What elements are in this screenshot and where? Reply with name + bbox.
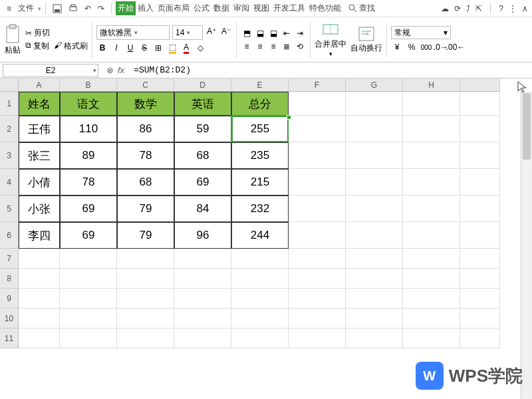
tab-special[interactable]: 特色功能 [307, 1, 343, 15]
cell[interactable] [289, 269, 346, 289]
align-bottom-icon[interactable]: ⬓ [267, 27, 279, 39]
cell[interactable] [460, 222, 500, 249]
border-button[interactable]: ⊞ [152, 42, 164, 54]
cell[interactable] [60, 269, 117, 289]
underline-button[interactable]: U [124, 42, 136, 54]
cell[interactable] [117, 329, 174, 348]
cell[interactable] [19, 309, 60, 329]
cell[interactable] [174, 249, 231, 269]
cell[interactable]: 78 [117, 142, 174, 169]
format-painter-button[interactable]: 🖌 格式刷 [54, 41, 88, 52]
indent-increase-icon[interactable]: ⇥ [294, 27, 306, 39]
cell[interactable] [403, 329, 460, 348]
cell[interactable] [174, 309, 231, 329]
name-box[interactable]: E2 ▾ [3, 64, 98, 77]
cell[interactable] [403, 116, 460, 142]
cell[interactable] [289, 289, 346, 309]
cell[interactable]: 语文 [60, 92, 117, 116]
cell[interactable] [460, 196, 500, 222]
distribute-icon[interactable]: ≣ [281, 41, 293, 53]
cell[interactable]: 79 [117, 196, 174, 222]
cell[interactable] [289, 309, 346, 329]
search-box[interactable]: 查找 [348, 3, 375, 14]
cell[interactable] [403, 309, 460, 329]
cell[interactable] [346, 92, 403, 116]
cell[interactable] [403, 142, 460, 169]
cell[interactable]: 69 [60, 196, 117, 222]
cell[interactable] [289, 329, 346, 348]
indent-decrease-icon[interactable]: ⇤ [281, 27, 293, 39]
cell[interactable] [346, 329, 403, 348]
cell[interactable]: 69 [60, 222, 117, 249]
copy-button[interactable]: ⧉ 复制 [25, 41, 49, 52]
cell[interactable]: 79 [117, 222, 174, 249]
cell[interactable] [403, 92, 460, 116]
cell[interactable]: 姓名 [19, 92, 60, 116]
cell[interactable] [60, 309, 117, 329]
align-top-icon[interactable]: ⬒ [241, 27, 253, 39]
cell[interactable] [346, 222, 403, 249]
fill-color-button[interactable]: ⬚ [166, 42, 178, 54]
cell[interactable] [460, 329, 500, 348]
cell[interactable] [403, 249, 460, 269]
cell[interactable]: 69 [174, 169, 231, 196]
cell[interactable] [460, 169, 500, 196]
collapse-icon[interactable]: ∧ [522, 4, 528, 13]
cell[interactable]: 李四 [19, 222, 60, 249]
font-color-button[interactable]: A [180, 42, 192, 54]
cell[interactable]: 数学 [117, 92, 174, 116]
sync-icon[interactable]: ⟳ [454, 4, 461, 13]
cancel-formula-icon[interactable]: ⊗ [106, 65, 114, 75]
cell[interactable]: 215 [231, 169, 289, 196]
number-format-select[interactable]: 常规 ▾ [391, 26, 451, 39]
cell[interactable] [289, 142, 346, 169]
column-header[interactable]: E [231, 78, 289, 92]
comma-button[interactable]: 000 [420, 41, 432, 53]
cell[interactable] [460, 92, 500, 116]
bold-button[interactable]: B [96, 42, 108, 54]
cell[interactable] [346, 249, 403, 269]
tab-layout[interactable]: 页面布局 [156, 1, 192, 15]
tab-insert[interactable]: 插入 [136, 1, 156, 15]
file-menu[interactable]: 文件 [15, 1, 37, 15]
hamburger-icon[interactable]: ≡ [4, 3, 14, 15]
select-all-corner[interactable] [0, 78, 19, 92]
align-right-icon[interactable]: ≡ [267, 41, 279, 53]
column-header[interactable]: A [19, 78, 60, 92]
cell[interactable] [403, 222, 460, 249]
cell[interactable]: 68 [117, 169, 174, 196]
cell[interactable] [289, 169, 346, 196]
row-header[interactable]: 3 [0, 142, 19, 169]
cell[interactable] [346, 196, 403, 222]
cell[interactable] [346, 309, 403, 329]
cell[interactable] [346, 289, 403, 309]
font-size-select[interactable]: 14▾ [172, 25, 203, 40]
cell[interactable]: 78 [60, 169, 117, 196]
column-header[interactable]: H [403, 78, 460, 92]
help-icon[interactable]: ? [499, 4, 503, 13]
cell[interactable]: 小倩 [19, 169, 60, 196]
align-center-icon[interactable]: ≡ [254, 41, 266, 53]
tab-view[interactable]: 视图 [251, 1, 271, 15]
cell[interactable] [174, 289, 231, 309]
tab-data[interactable]: 数据 [211, 1, 231, 15]
wrap-text-button[interactable]: 自动换行 [350, 26, 382, 54]
cell[interactable]: 王伟 [19, 116, 60, 142]
cell[interactable] [174, 269, 231, 289]
cell[interactable] [403, 169, 460, 196]
cell[interactable]: 86 [117, 116, 174, 142]
row-header[interactable]: 5 [0, 196, 19, 222]
row-header[interactable]: 4 [0, 169, 19, 196]
clear-format-button[interactable]: ◇ [194, 42, 206, 54]
cell[interactable] [289, 92, 346, 116]
cell[interactable] [460, 309, 500, 329]
cell[interactable] [346, 169, 403, 196]
cell[interactable] [117, 249, 174, 269]
fill-handle[interactable] [287, 115, 291, 120]
merge-center-button[interactable]: 合并居中▾ [315, 22, 346, 57]
share-icon[interactable]: ⤴ [466, 4, 470, 13]
percent-button[interactable]: % [406, 41, 418, 53]
column-header[interactable]: C [117, 78, 174, 92]
save-icon[interactable] [50, 3, 65, 15]
column-header[interactable]: B [60, 78, 117, 92]
